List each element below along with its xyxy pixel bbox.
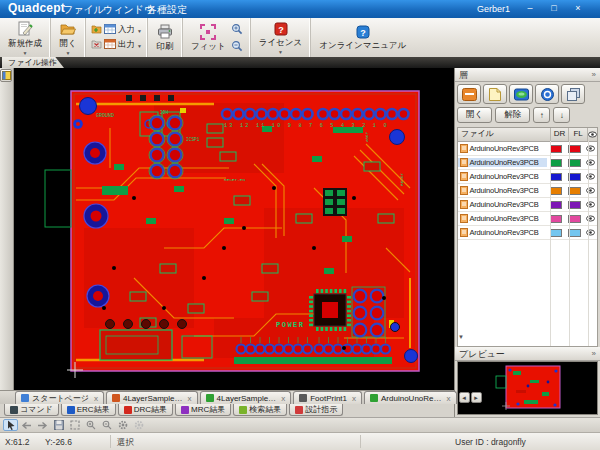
flash-color-swatch[interactable] [568,159,580,167]
visibility-toggle[interactable] [584,229,597,236]
zoom-out-button[interactable] [229,38,245,54]
close-button[interactable]: × [570,2,586,15]
select-tool-button[interactable] [3,419,18,431]
panel-chevrons-icon[interactable]: » [592,347,596,361]
panel-chevrons-icon[interactable]: » [592,68,596,82]
tab-footprint1[interactable]: FootPrint1 x [293,391,362,404]
layer-row[interactable]: ArduinoUnoRev3PCB [458,156,597,170]
move-up-button[interactable]: ↑ [533,107,550,123]
import-grid-icon [104,24,116,36]
menu-settings[interactable]: 各種設定 [147,3,187,17]
minimize-button[interactable]: – [522,2,538,15]
draw-color-swatch[interactable] [550,159,562,167]
close-tab-icon[interactable]: x [188,394,192,403]
layer-row[interactable]: ArduinoUnoRev3PCB [458,198,597,212]
online-manual-button[interactable]: ? オンラインマニュアル [316,23,409,53]
tab-file-operations[interactable]: ファイル操作 [2,57,64,68]
layer-row[interactable]: ArduinoUnoRev3PCB [458,170,597,184]
draw-color-swatch[interactable] [550,229,562,237]
open-button[interactable]: 開く ▼ [56,19,80,56]
save-button[interactable] [51,419,66,431]
copy-button[interactable] [561,84,585,104]
print-button[interactable]: 印刷 [153,22,177,54]
flash-color-swatch[interactable] [568,173,580,181]
panel-splitter-button[interactable]: ▼ [456,332,466,342]
panel-toggle-button[interactable] [0,69,12,82]
undo-button[interactable] [19,419,34,431]
tab-scroll-left-button[interactable]: ◂ [459,392,470,403]
layer-row[interactable]: ArduinoUnoRev3PCB [458,142,597,156]
visibility-toggle[interactable] [584,159,597,166]
import-folder-icon [91,24,102,36]
close-tab-icon[interactable]: x [352,394,356,403]
close-tab-icon[interactable]: x [447,394,451,403]
document-icon [489,88,501,101]
fit-button[interactable]: フィット [188,22,229,54]
gerber-view-button[interactable] [535,84,559,104]
new-button[interactable]: 新規作成 ▼ [5,19,45,56]
move-down-button[interactable]: ↓ [553,107,570,123]
layers-panel: 層 » 開く 解除 ↑ ↓ [454,68,600,417]
document-title: Gerber1 [477,4,510,14]
close-tab-icon[interactable]: x [281,394,285,403]
flash-color-swatch[interactable] [568,201,580,209]
flash-color-swatch[interactable] [568,215,580,223]
zoom-in-button[interactable] [229,21,245,37]
draw-color-swatch[interactable] [550,215,562,223]
tab-command[interactable]: コマンド [4,404,59,416]
preview-viewport[interactable] [457,361,598,415]
input-button[interactable]: 入力 ▼ [91,24,142,36]
visibility-toggle[interactable] [584,145,597,152]
visibility-toggle[interactable] [584,173,597,180]
draw-color-swatch[interactable] [550,173,562,181]
help-icon: ? [355,24,371,40]
zoom-out-small-button[interactable] [99,419,114,431]
settings-button[interactable] [115,419,130,431]
tab-4layersample-pcb[interactable]: 4LayerSample… x [106,391,198,404]
fit-view-button[interactable] [67,419,82,431]
draw-color-swatch[interactable] [550,145,562,153]
close-tab-icon[interactable]: x [94,394,98,403]
layer-row[interactable]: ArduinoUnoRev3PCB [458,212,597,226]
layer-row[interactable]: ArduinoUnoRev3PCB [458,226,597,240]
new-document-icon [16,20,35,38]
tab-mrc-results[interactable]: MRC結果 [175,404,231,416]
command-icon [10,406,18,414]
release-layer-button[interactable]: 解除 [495,107,530,123]
license-button[interactable]: ? ライセンス ▼ [256,20,306,55]
tab-start-page[interactable]: スタートページ x [15,391,104,404]
draw-color-swatch[interactable] [550,201,562,209]
zoom-in-small-button[interactable] [83,419,98,431]
tab-drc-results[interactable]: DRC結果 [118,404,173,416]
column-fl: FL [568,128,587,141]
tab-arduinouno-gerber[interactable]: ArduinoUnoRe… x [364,391,456,404]
sheet-button[interactable] [483,84,507,104]
design-canvas[interactable]: GROUND 13 12 11 10 9 8 7 6 5 4 3 2 1 0 I… [14,68,454,390]
visibility-toggle[interactable] [584,215,597,222]
svg-text:POWER: POWER [276,321,305,329]
mrc-icon [181,406,189,414]
tab-search-results[interactable]: 検索結果 [233,404,287,416]
output-button[interactable]: 出力 ▼ [91,39,142,51]
project-button[interactable] [457,84,481,104]
visibility-toggle[interactable] [584,187,597,194]
menu-file[interactable]: ファイル [63,3,104,17]
layers-view-button[interactable] [509,84,533,104]
tab-4layersample-sheet[interactable]: 4LayerSample… x [200,391,292,404]
maximize-button[interactable]: □ [546,2,562,15]
preview-panel-header: プレビュー » [455,347,600,361]
draw-color-swatch[interactable] [550,187,562,195]
open-layer-button[interactable]: 開く [457,107,492,123]
erc-icon [67,406,75,414]
license-dropdown-caret: ▼ [278,50,283,54]
tab-erc-results[interactable]: ERC結果 [61,404,116,416]
visibility-toggle[interactable] [584,201,597,208]
flash-color-swatch[interactable] [568,145,580,153]
tab-scroll-right-button[interactable]: ▸ [471,392,482,403]
tab-design-instructions[interactable]: 設計指示 [289,404,343,416]
redo-button[interactable] [35,419,50,431]
flash-color-swatch[interactable] [568,229,580,237]
settings-secondary-button[interactable] [131,419,146,431]
flash-color-swatch[interactable] [568,187,580,195]
layer-row[interactable]: ArduinoUnoRev3PCB [458,184,597,198]
